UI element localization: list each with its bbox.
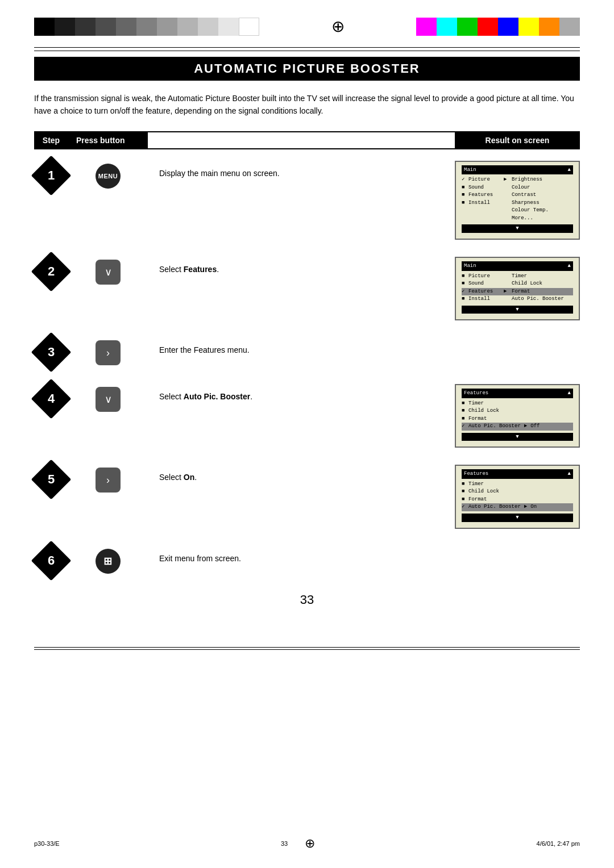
step-instruction-1: Display the main menu on screen. bbox=[148, 161, 455, 180]
screen-display-1: Main▲ ✓ Picture ► Brightness ■ Sound Col… bbox=[455, 161, 580, 240]
color-swatch bbox=[518, 18, 539, 36]
page-title: Automatic Picture Booster bbox=[45, 61, 569, 76]
color-swatch bbox=[34, 18, 55, 36]
color-swatch bbox=[116, 18, 136, 36]
screen-row: ■ Format bbox=[462, 496, 573, 504]
color-bar bbox=[416, 18, 580, 36]
screen-row: ■ Install Auto Pic. Booster bbox=[462, 295, 573, 303]
step-label-1: 1 bbox=[48, 168, 55, 183]
down-button[interactable]: ∨ bbox=[96, 260, 121, 285]
color-swatch bbox=[416, 18, 437, 36]
step-number-3: 3 bbox=[34, 337, 68, 367]
step-column-header: Step bbox=[34, 132, 68, 148]
screen-row: ■ Sound Child Lock bbox=[462, 280, 573, 288]
step-row-3: 3 › Enter the Features menu. bbox=[34, 337, 580, 367]
color-swatch bbox=[177, 18, 198, 36]
step-instruction-5: Select On. bbox=[148, 465, 455, 483]
color-swatch bbox=[218, 18, 239, 36]
step-button-col-3: › bbox=[68, 337, 148, 365]
page-title-bar: Automatic Picture Booster bbox=[34, 57, 580, 81]
step-number-2: 2 bbox=[34, 257, 68, 286]
step-label-6: 6 bbox=[48, 553, 55, 568]
screen-row: ✓ Picture ► Brightness bbox=[462, 176, 573, 184]
step-row-4: 4 ∨ Select Auto Pic. Booster. Features▲ … bbox=[34, 384, 580, 448]
footer-center: 33 bbox=[281, 840, 288, 847]
step-button-col-1: MENU bbox=[68, 161, 148, 189]
step-row-1: 1 MENU Display the main menu on screen. … bbox=[34, 161, 580, 240]
footer: p30-33/E 33 ⊕ 4/6/01, 2:47 pm bbox=[0, 836, 614, 851]
step-number-1: 1 bbox=[34, 161, 68, 190]
step-row-2: 2 ∨ Select Features. Main▲ ■ Picture Tim… bbox=[34, 257, 580, 320]
step-label-3: 3 bbox=[48, 345, 55, 360]
screen-row: ■ Timer bbox=[462, 400, 573, 408]
page-number: 33 bbox=[34, 592, 580, 607]
step-result-2: Main▲ ■ Picture Timer ■ Sound Child Lock… bbox=[455, 257, 580, 320]
color-swatch bbox=[239, 18, 259, 36]
color-swatch bbox=[478, 18, 498, 36]
main-content: Automatic Picture Booster If the transmi… bbox=[0, 51, 614, 647]
screen-arrow-down: ▼ bbox=[462, 224, 573, 233]
color-swatch bbox=[96, 18, 116, 36]
color-swatch bbox=[157, 18, 177, 36]
step-label-5: 5 bbox=[48, 472, 55, 487]
step-instruction-3: Enter the Features menu. bbox=[148, 337, 455, 356]
color-swatch bbox=[55, 18, 75, 36]
footer-right: 4/6/01, 2:47 pm bbox=[537, 840, 580, 847]
screen-row: ■ Timer bbox=[462, 481, 573, 489]
screen-row-selected: ✓ Auto Pic. Booster ► Off bbox=[462, 423, 573, 431]
screen-display-2: Main▲ ■ Picture Timer ■ Sound Child Lock… bbox=[455, 257, 580, 320]
step-result-4: Features▲ ■ Timer ■ Child Lock ■ Format … bbox=[455, 384, 580, 448]
screen-title-2: Main▲ bbox=[462, 261, 573, 271]
step-result-1: Main▲ ✓ Picture ► Brightness ■ Sound Col… bbox=[455, 161, 580, 240]
result-column-header: Result on screen bbox=[455, 132, 580, 148]
step-label-2: 2 bbox=[48, 264, 55, 279]
right-button[interactable]: › bbox=[96, 340, 121, 365]
screen-arrow-down: ▼ bbox=[462, 433, 573, 441]
press-button-column-header: Press button bbox=[68, 132, 148, 148]
step-label-4: 4 bbox=[48, 391, 55, 406]
step-button-col-4: ∨ bbox=[68, 384, 148, 412]
step-button-col-2: ∨ bbox=[68, 257, 148, 285]
color-swatch bbox=[136, 18, 157, 36]
crosshair-footer-icon: ⊕ bbox=[305, 836, 315, 851]
screen-display-4: Features▲ ■ Timer ■ Child Lock ■ Format … bbox=[455, 384, 580, 448]
screen-row: ■ Child Lock bbox=[462, 488, 573, 496]
screen-row: ■ Child Lock bbox=[462, 407, 573, 415]
color-swatch bbox=[437, 18, 457, 36]
color-swatch bbox=[457, 18, 478, 36]
screen-title-4: Features▲ bbox=[462, 389, 573, 398]
right-button-2[interactable]: › bbox=[96, 468, 121, 493]
step-button-col-6: ⊞ bbox=[68, 546, 148, 574]
step-number-6: 6 bbox=[34, 546, 68, 575]
color-swatch bbox=[539, 18, 559, 36]
screen-row: Colour Temp. bbox=[462, 207, 573, 215]
menu-button[interactable]: MENU bbox=[96, 164, 121, 189]
screen-row: More... bbox=[462, 215, 573, 223]
step-instruction-4: Select Auto Pic. Booster. bbox=[148, 384, 455, 403]
color-swatch bbox=[198, 18, 218, 36]
screen-title-5: Features▲ bbox=[462, 469, 573, 479]
color-bars-header: ⊕ bbox=[0, 0, 614, 47]
screen-title-1: Main▲ bbox=[462, 165, 573, 175]
header-rule-top bbox=[34, 47, 580, 48]
down-button-2[interactable]: ∨ bbox=[96, 387, 121, 412]
step-row-5: 5 › Select On. Features▲ ■ Timer ■ Child… bbox=[34, 465, 580, 528]
steps-header: Step Press button Result on screen bbox=[34, 131, 580, 149]
color-swatch bbox=[75, 18, 96, 36]
screen-arrow-down: ▼ bbox=[462, 306, 573, 314]
step-number-4: 4 bbox=[34, 384, 68, 414]
screen-row-selected: ✓ Features ► Format bbox=[462, 288, 573, 296]
screen-row: ■ Picture Timer bbox=[462, 273, 573, 281]
step-row-6: 6 ⊞ Exit menu from screen. bbox=[34, 546, 580, 575]
description-text: If the transmission signal is weak, the … bbox=[34, 92, 580, 118]
step-result-5: Features▲ ■ Timer ■ Child Lock ■ Format … bbox=[455, 465, 580, 528]
step-button-col-5: › bbox=[68, 465, 148, 493]
screen-row: ■ Features Contrast bbox=[462, 191, 573, 199]
crosshair-icon: ⊕ bbox=[326, 17, 349, 36]
screen-row: ■ Format bbox=[462, 415, 573, 423]
step-instruction-2: Select Features. bbox=[148, 257, 455, 276]
step-instruction-6: Exit menu from screen. bbox=[148, 546, 455, 565]
exit-button[interactable]: ⊞ bbox=[96, 549, 121, 574]
screen-row: ■ Sound Colour bbox=[462, 184, 573, 192]
screen-arrow-down: ▼ bbox=[462, 514, 573, 522]
